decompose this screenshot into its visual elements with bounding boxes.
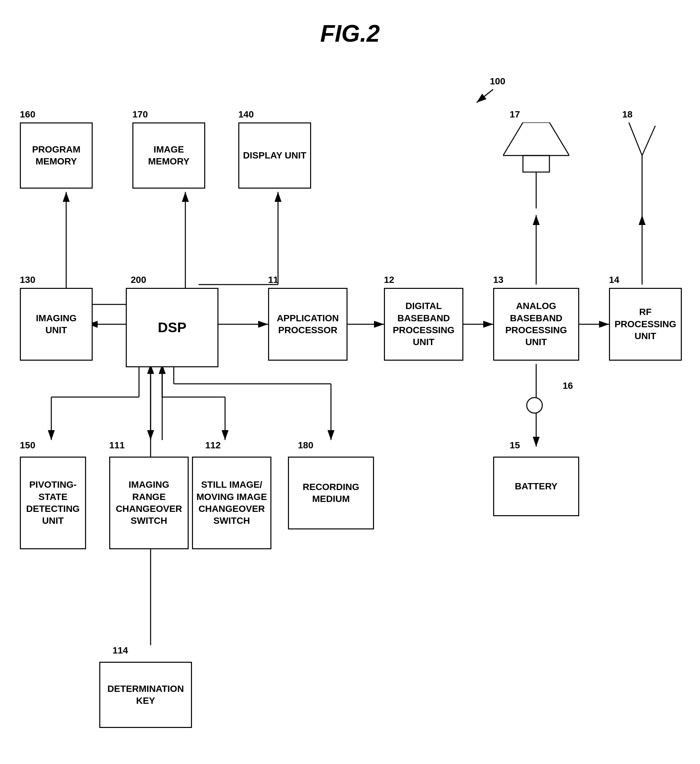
ref-112: 112 — [205, 440, 221, 451]
analog-baseband-block: ANALOG BASEBAND PROCESSING UNIT — [493, 288, 579, 361]
program-memory-block: PROGRAM MEMORY — [20, 122, 93, 189]
rf-processing-block: RF PROCESSING UNIT — [609, 288, 682, 361]
svg-line-36 — [642, 126, 655, 155]
circle-element — [526, 397, 543, 413]
ref-170: 170 — [132, 109, 148, 120]
ref-18: 18 — [622, 109, 633, 120]
svg-line-35 — [629, 122, 642, 155]
dsp-block: DSP — [126, 288, 218, 367]
ref-130: 130 — [20, 275, 35, 285]
figure-title: FIG.2 — [320, 20, 380, 47]
svg-rect-32 — [523, 155, 550, 172]
display-unit-block: DISPLAY UNIT — [238, 122, 311, 189]
ref-11: 11 — [268, 275, 278, 285]
ref-17: 17 — [510, 109, 520, 120]
ref-111: 111 — [109, 440, 125, 451]
ref-14: 14 — [609, 275, 619, 285]
pivoting-state-block: PIVOTING- STATE DETECTING UNIT — [20, 457, 86, 549]
ref-100-label: 100 — [490, 76, 506, 87]
imaging-unit-block: IMAGING UNIT — [20, 288, 93, 361]
imaging-range-block: IMAGING RANGE CHANGEOVER SWITCH — [109, 457, 189, 549]
ref-180: 180 — [298, 440, 313, 451]
battery-block: BATTERY — [493, 457, 579, 516]
still-image-block: STILL IMAGE/ MOVING IMAGE CHANGEOVER SWI… — [192, 457, 271, 549]
ref-16: 16 — [563, 380, 573, 391]
ref-13: 13 — [493, 275, 503, 285]
ref-140: 140 — [238, 109, 254, 120]
ref-200: 200 — [131, 275, 146, 285]
application-processor-block: APPLICATION PROCESSOR — [268, 288, 348, 361]
svg-line-30 — [477, 89, 493, 103]
digital-baseband-block: DIGITAL BASEBAND PROCESSING UNIT — [384, 288, 464, 361]
image-memory-block: IMAGE MEMORY — [132, 122, 205, 189]
determination-key-block: DETERMINATION KEY — [99, 662, 192, 728]
ref-15: 15 — [510, 440, 520, 451]
ref-160: 160 — [20, 109, 35, 120]
recording-medium-block: RECORDING MEDIUM — [288, 457, 374, 529]
ref-12: 12 — [384, 275, 394, 285]
ref-114: 114 — [113, 645, 128, 656]
svg-marker-31 — [503, 122, 569, 155]
ref-150: 150 — [20, 440, 35, 451]
